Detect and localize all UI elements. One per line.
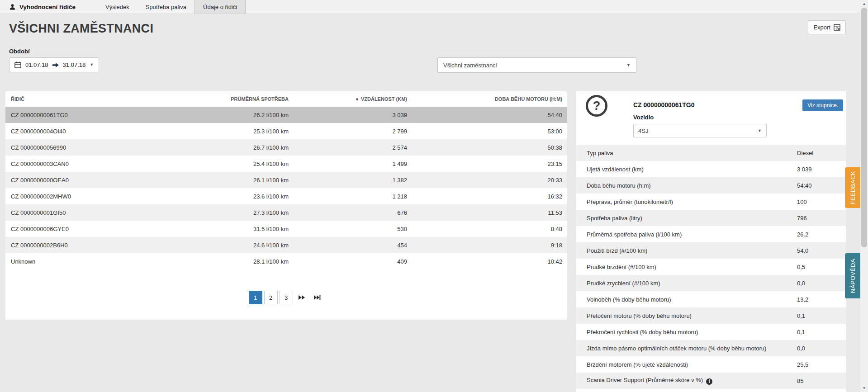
table-row[interactable]: CZ 0000000001GI5027.3 l/100 km67611:53	[5, 204, 567, 221]
date-range-picker[interactable]: 01.07.18 31.07.18 ▼	[9, 57, 99, 72]
detail-row: Přeprava, průměr (tunokilometr/l)100	[576, 194, 846, 210]
column-header-engine-time[interactable]: DOBA BĚHU MOTORU (H:M)	[413, 91, 567, 107]
table-row[interactable]: CZ 00000000061TG026.2 l/100 km3 03954:40	[5, 107, 567, 123]
page-numbers: 123	[249, 291, 293, 304]
cons-cell: 28.1 l/100 km	[202, 253, 294, 269]
export-button[interactable]: Export	[808, 20, 846, 34]
detail-value: 85	[797, 373, 846, 389]
tab-vysledek[interactable]: Výsledek	[97, 0, 138, 14]
column-header-distance[interactable]: ▼VZDÁLENOST (KM)	[294, 91, 413, 107]
time-cell: 8:48	[413, 221, 567, 237]
table-row[interactable]: Unknown28.1 l/100 km40910:42	[5, 253, 567, 269]
detail-value: 0,1	[797, 324, 846, 340]
period-label: Období	[9, 48, 30, 55]
table-row[interactable]: CZ 0000000003CAN025.4 l/100 km1 49923:15	[5, 156, 567, 172]
tab-udaje-o-ridici[interactable]: Údaje o řidiči	[194, 0, 246, 14]
detail-row: Překročení rychlosti (% doby běhu motoru…	[576, 324, 846, 340]
dist-cell: 454	[294, 237, 413, 253]
detail-label: Prudké zrychlení (#/100 km)	[576, 275, 797, 291]
driver-cell: CZ 0000000003CAN0	[5, 156, 202, 172]
last-page-button[interactable]	[310, 291, 324, 304]
drivers-table-header: ŘIDIČ PRŮMĚRNÁ SPOTŘEBA ▼VZDÁLENOST (KM)…	[5, 91, 567, 107]
date-from: 01.07.18	[25, 61, 48, 68]
chevron-down-icon: ▼	[758, 129, 762, 133]
detail-label: Volnoběh (% doby běhu motoru)	[576, 291, 797, 307]
page-button-2[interactable]: 2	[264, 291, 278, 304]
detail-value: 3 039	[797, 161, 846, 177]
vehicle-select[interactable]: 4SJ ▼	[633, 124, 767, 137]
sort-desc-icon: ▼	[355, 97, 359, 102]
detail-label: Brzdění motorem (% ujeté vzdálenosti)	[576, 356, 797, 373]
detail-value: 54,0	[797, 242, 846, 259]
help-tab[interactable]: NÁPOVĚDA	[845, 253, 860, 298]
cons-cell: 25.4 l/100 km	[202, 156, 294, 172]
date-to: 31.07.18	[63, 61, 86, 68]
app-title-text: Vyhodnocení řidiče	[19, 4, 76, 10]
table-row[interactable]: CZ 0000000006GYE031.5 l/100 km5308:48	[5, 221, 567, 237]
column-header-distance-label: VZDÁLENOST (KM)	[361, 96, 407, 102]
dist-cell: 409	[294, 253, 413, 269]
vertical-scrollbar[interactable]: ▲ ▼	[860, 0, 868, 392]
dist-cell: 2 574	[294, 139, 413, 156]
unknown-driver-icon: ?	[586, 95, 607, 117]
feedback-tab[interactable]: FEEDBACK	[845, 167, 860, 208]
detail-value: 25,5	[797, 356, 846, 373]
detail-row: Prudké zrychlení (#/100 km)0,0	[576, 275, 846, 291]
detail-value: 796	[797, 210, 846, 226]
table-row[interactable]: CZ 0000000004OI4025.3 l/100 km2 79953:00	[5, 123, 567, 139]
driver-detail-table-body: Typ palivaDieselUjetá vzdálenost (km)3 0…	[576, 145, 846, 389]
driver-detail-header: ? CZ 00000000061TG0 Vozidlo 4SJ ▼ Viz st…	[576, 91, 846, 145]
detail-row: Přetočení motoru (% doby běhu motoru)0,1	[576, 307, 846, 324]
time-cell: 50:38	[413, 139, 567, 156]
detail-row: Ujetá vzdálenost (km)3 039	[576, 161, 846, 177]
table-row[interactable]: CZ 0000000000OEA026.1 l/100 km1 38220:33	[5, 172, 567, 188]
table-row[interactable]: CZ 0000000002MHW023.6 l/100 km1 21816:32	[5, 188, 567, 204]
export-icon	[834, 24, 840, 31]
page-button-1[interactable]: 1	[249, 291, 262, 304]
time-cell: 10:42	[413, 253, 567, 269]
tab-spotreba-paliva[interactable]: Spotřeba paliva	[138, 0, 194, 14]
last-page-icon	[313, 295, 321, 300]
page-button-3[interactable]: 3	[280, 291, 293, 304]
detail-label: Použití brzd (#/100 km)	[576, 242, 797, 259]
drivers-table: ŘIDIČ PRŮMĚRNÁ SPOTŘEBA ▼VZDÁLENOST (KM)…	[5, 91, 567, 269]
detail-label: Doba běhu motoru (h:m)	[576, 177, 797, 194]
driver-icon	[9, 4, 16, 10]
dist-cell: 1 218	[294, 188, 413, 204]
topbar: Vyhodnocení řidiče Výsledek Spotřeba pal…	[0, 0, 860, 14]
view-scale-button[interactable]: Viz stupnice.	[802, 99, 843, 111]
detail-row: Typ palivaDiesel	[576, 145, 846, 161]
vehicle-label: Vozidlo	[633, 114, 654, 121]
dist-cell: 1 382	[294, 172, 413, 188]
table-row[interactable]: CZ 0000000005699026.7 l/100 km2 57450:38	[5, 139, 567, 156]
info-icon[interactable]: i	[706, 378, 712, 385]
detail-row: Jízda mimo pásmo optimálních otáček moto…	[576, 340, 846, 356]
vehicle-select-value: 4SJ	[638, 128, 648, 134]
chevron-down-icon: ▼	[626, 63, 631, 67]
detail-label: Průměrná spotřeba paliva (l/100 km)	[576, 226, 797, 242]
scrollbar-thumb[interactable]	[861, 8, 867, 247]
scroll-down-arrow[interactable]: ▼	[860, 384, 868, 392]
employee-filter-select[interactable]: Všichni zaměstnanci ▼	[437, 57, 636, 73]
table-row[interactable]: CZ 0000000002B6H024.6 l/100 km4549:18	[5, 237, 567, 253]
fast-forward-icon	[298, 295, 305, 300]
fast-forward-button[interactable]	[295, 291, 308, 304]
driver-cell: CZ 0000000001GI50	[5, 204, 202, 221]
cons-cell: 26.1 l/100 km	[202, 172, 294, 188]
calendar-icon	[14, 61, 21, 68]
main-tabs: Výsledek Spotřeba paliva Údaje o řidiči	[97, 0, 246, 14]
driver-detail-panel: ? CZ 00000000061TG0 Vozidlo 4SJ ▼ Viz st…	[576, 91, 846, 392]
detail-value: 100	[797, 194, 846, 210]
scroll-up-arrow[interactable]: ▲	[860, 0, 868, 8]
chevron-down-icon: ▼	[90, 63, 94, 67]
time-cell: 53:00	[413, 123, 567, 139]
detail-label: Spotřeba paliva (litry)	[576, 210, 797, 226]
cons-cell: 26.7 l/100 km	[202, 139, 294, 156]
time-cell: 11:53	[413, 204, 567, 221]
column-header-consumption[interactable]: PRŮMĚRNÁ SPOTŘEBA	[202, 91, 294, 107]
detail-value: 13,2	[797, 291, 846, 307]
driver-cell: Unknown	[5, 253, 202, 269]
employee-filter-value: Všichni zaměstnanci	[443, 62, 497, 69]
column-header-driver[interactable]: ŘIDIČ	[5, 91, 202, 107]
detail-row: Brzdění motorem (% ujeté vzdálenosti)25,…	[576, 356, 846, 373]
